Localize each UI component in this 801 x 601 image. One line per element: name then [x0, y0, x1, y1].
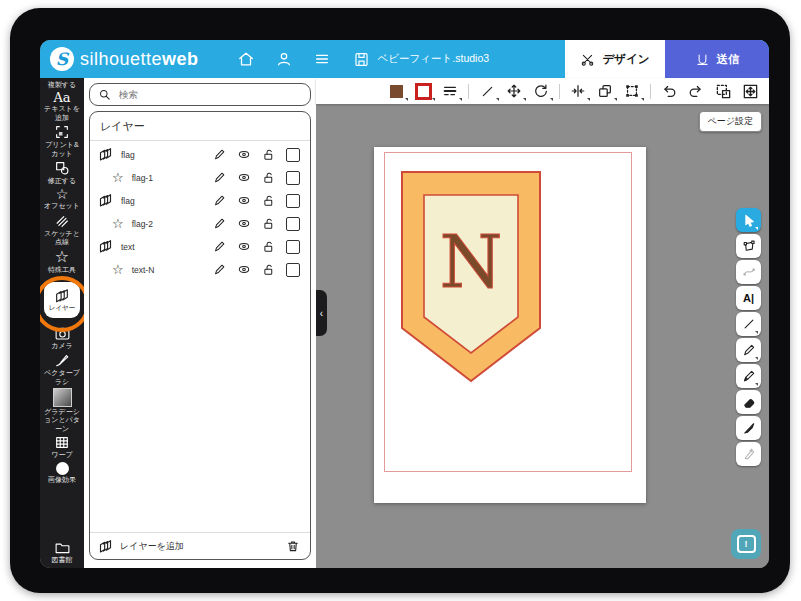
home-button[interactable] — [237, 50, 255, 68]
canvas-workspace[interactable]: ページ設定 N ‹ A| — [316, 104, 769, 568]
sidebar-item-camera[interactable]: カメラ — [40, 325, 84, 350]
unlock-icon[interactable] — [262, 263, 275, 276]
duplicate-button[interactable] — [596, 82, 614, 100]
layer-select-checkbox[interactable] — [286, 217, 300, 231]
tool-text[interactable]: A| — [736, 286, 761, 310]
transform-icon — [624, 83, 640, 99]
rotate-button[interactable] — [532, 82, 550, 100]
file-button[interactable] — [353, 50, 371, 68]
layers-button-active[interactable]: レイヤー — [44, 282, 80, 318]
sidebar-item-warp[interactable]: ワープ — [40, 435, 84, 459]
panel-collapse-handle[interactable]: ‹ — [316, 290, 327, 336]
sidebar-item-layers[interactable]: レイヤー — [40, 282, 84, 318]
redo-button[interactable] — [687, 82, 705, 100]
gradient-swatch-icon — [53, 388, 72, 407]
edit-pencil-icon[interactable] — [213, 263, 226, 276]
layer-row-flag-1[interactable]: flag — [90, 143, 310, 166]
tool-knife[interactable] — [736, 416, 761, 440]
unlock-icon[interactable] — [262, 240, 275, 253]
edit-pencil-icon[interactable] — [213, 171, 226, 184]
edit-pencil-icon[interactable] — [213, 240, 226, 253]
unlock-icon[interactable] — [262, 217, 275, 230]
move-icon — [506, 83, 522, 99]
layer-select-checkbox[interactable] — [286, 194, 300, 208]
sidebar-item-library[interactable]: 図書館 — [40, 540, 84, 564]
align-button[interactable] — [569, 82, 587, 100]
page-settings-button[interactable]: ページ設定 — [699, 111, 762, 132]
artboard-page[interactable]: N — [374, 147, 646, 503]
pennant-flag-shape[interactable]: N — [398, 168, 544, 386]
line-style-button[interactable] — [441, 82, 459, 100]
fit-to-page-button[interactable] — [741, 82, 759, 100]
layer-search-box[interactable] — [89, 83, 311, 106]
visibility-eye-icon[interactable] — [237, 194, 251, 207]
sidebar-item-image-effects[interactable]: 画像効果 — [40, 462, 84, 484]
tool-pencil[interactable] — [736, 338, 761, 362]
tool-polygon-select[interactable] — [736, 234, 761, 258]
edit-pencil-icon[interactable] — [213, 148, 226, 161]
stroke-color-button[interactable] — [414, 82, 432, 100]
sidebar-item-duplicate-label: 複製する — [42, 81, 82, 89]
tool-eraser[interactable] — [736, 390, 761, 414]
pencil-icon — [742, 343, 756, 357]
unlock-icon[interactable] — [262, 148, 275, 161]
tab-design[interactable]: デザイン — [565, 40, 665, 78]
tool-select[interactable] — [736, 208, 761, 232]
account-button[interactable] — [275, 50, 293, 68]
tool-line[interactable] — [736, 312, 761, 336]
sidebar-item-vector-brush[interactable]: ベクターブラシ — [40, 352, 84, 386]
layer-select-checkbox[interactable] — [286, 263, 300, 277]
layer-select-checkbox[interactable] — [286, 171, 300, 185]
sidebar-item-modify-label: 修正する — [42, 177, 82, 185]
sidebar-item-special-tools[interactable]: ☆ 特殊工具 — [40, 249, 84, 274]
right-tool-palette: A| — [736, 208, 761, 466]
screenshot-stage: S silhouetteweb ベビーフィート.studio3 デザイン 送 — [0, 0, 801, 601]
visibility-eye-icon[interactable] — [237, 171, 251, 184]
unlock-icon[interactable] — [262, 171, 275, 184]
app-screen: S silhouetteweb ベビーフィート.studio3 デザイン 送 — [40, 40, 769, 568]
sidebar-item-offset[interactable]: ☆ オフセット — [40, 187, 84, 210]
add-layer-button[interactable]: レイヤーを追加 — [120, 540, 184, 553]
layer-select-checkbox[interactable] — [286, 148, 300, 162]
sidebar-item-duplicate[interactable]: 複製する — [40, 81, 84, 89]
visibility-eye-icon[interactable] — [237, 240, 251, 253]
search-icon — [98, 88, 111, 101]
move-button[interactable] — [505, 82, 523, 100]
sidebar-item-print-cut-label: プリント&カット — [42, 141, 82, 158]
undo-button[interactable] — [660, 82, 678, 100]
layers-icon — [98, 239, 113, 254]
paste-in-place-button[interactable] — [714, 82, 732, 100]
layer-select-checkbox[interactable] — [286, 240, 300, 254]
layer-search-input[interactable] — [117, 88, 302, 101]
tab-send[interactable]: 送信 — [665, 40, 769, 78]
menu-button[interactable] — [313, 50, 331, 68]
layer-row-flag-2-sub[interactable]: ☆ flag-2 — [90, 212, 310, 235]
modify-shapes-icon — [54, 160, 70, 176]
edit-pencil-icon[interactable] — [213, 194, 226, 207]
text-tool-icon: A| — [743, 292, 754, 304]
unlock-icon[interactable] — [262, 194, 275, 207]
visibility-eye-icon[interactable] — [237, 217, 251, 230]
layer-row-text[interactable]: text — [90, 235, 310, 258]
logo-wordmark: silhouetteweb — [80, 49, 199, 70]
sidebar-item-add-text[interactable]: Aa テキストを追加 — [40, 91, 84, 122]
layer-row-text-n[interactable]: ☆ text-N — [90, 258, 310, 281]
sidebar-item-modify[interactable]: 修正する — [40, 160, 84, 185]
tool-edit-points — [736, 260, 761, 284]
transform-button[interactable] — [623, 82, 641, 100]
sidebar-item-sketch[interactable]: スケッチと点線 — [40, 213, 84, 247]
tool-pen[interactable] — [736, 364, 761, 388]
logo-text-bold: web — [162, 49, 199, 69]
draw-line-button[interactable] — [478, 82, 496, 100]
sidebar-item-print-cut[interactable]: プリント&カット — [40, 124, 84, 158]
visibility-eye-icon[interactable] — [237, 263, 251, 276]
edit-pencil-icon[interactable] — [213, 217, 226, 230]
feedback-button[interactable]: ! — [731, 529, 761, 559]
visibility-eye-icon[interactable] — [237, 148, 251, 161]
fill-color-button[interactable] — [387, 82, 405, 100]
sidebar-item-gradient-pattern[interactable]: グラデーションとパターン — [40, 388, 84, 433]
layer-row-flag-2[interactable]: flag — [90, 189, 310, 212]
trash-icon[interactable] — [286, 539, 300, 553]
layer-row-flag-1-sub[interactable]: ☆ flag-1 — [90, 166, 310, 189]
open-filename[interactable]: ベビーフィート.studio3 — [378, 52, 490, 66]
